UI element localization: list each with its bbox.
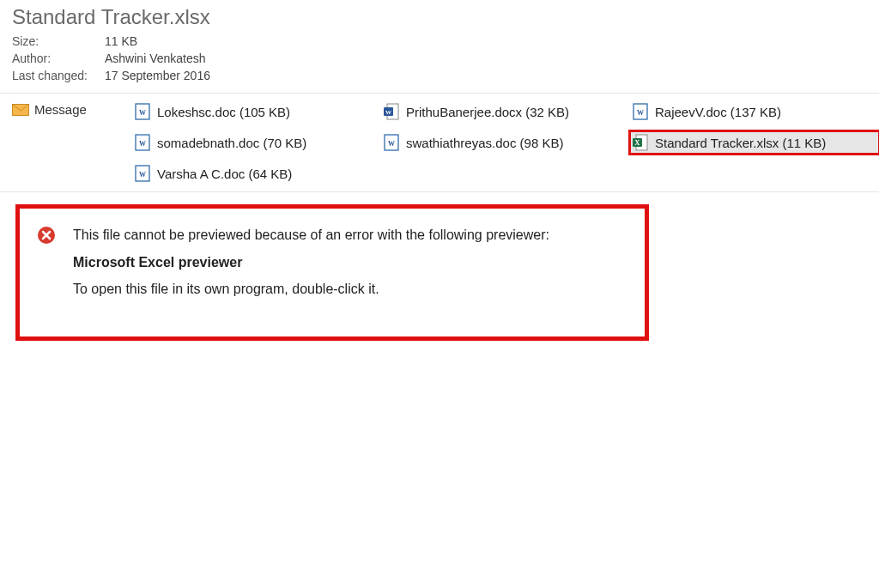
docx-file-icon: W (384, 103, 399, 120)
meta-value-author: Ashwini Venkatesh (105, 52, 206, 65)
preview-error-panel: This file cannot be previewed because of… (15, 204, 649, 341)
svg-text:W: W (139, 140, 146, 148)
attachment-item[interactable]: Wsomadebnath.doc (70 KB) (132, 131, 381, 154)
error-line2: To open this file in its own program, do… (73, 278, 549, 300)
doc-file-icon: W (384, 134, 399, 151)
meta-value-lastchanged: 17 September 2016 (105, 69, 210, 82)
doc-file-icon: W (135, 103, 150, 120)
message-button[interactable]: Message (12, 100, 132, 117)
meta-label-author: Author: (12, 52, 105, 65)
envelope-icon (12, 104, 29, 116)
error-text: This file cannot be previewed because of… (73, 224, 549, 300)
svg-text:W: W (139, 109, 146, 117)
attachment-name: swathiathreyas.doc (98 KB) (406, 136, 563, 150)
attachment-item[interactable]: XStandard Tracker.xlsx (11 KB) (630, 131, 879, 154)
doc-file-icon: W (135, 165, 150, 182)
attachment-grid: WLokeshsc.doc (105 KB)WPrithuBanerjee.do… (132, 100, 879, 185)
attachment-name: Lokeshsc.doc (105 KB) (157, 105, 290, 119)
svg-text:W: W (388, 140, 395, 148)
xlsx-file-icon: X (633, 134, 648, 151)
attachment-item[interactable]: WVarsha A C.doc (64 KB) (132, 162, 381, 185)
attachment-name: RajeevV.doc (137 KB) (655, 105, 781, 119)
doc-file-icon: W (135, 134, 150, 151)
attachments-bar: Message WLokeshsc.doc (105 KB)WPrithuBan… (0, 94, 879, 192)
message-label: Message (34, 102, 87, 117)
svg-text:X: X (635, 139, 640, 147)
error-icon (37, 226, 56, 245)
meta-size: Size: 11 KB (12, 34, 867, 48)
attachment-name: Varsha A C.doc (64 KB) (157, 167, 292, 181)
attachment-item[interactable]: WLokeshsc.doc (105 KB) (132, 100, 381, 123)
svg-text:W: W (139, 171, 146, 179)
error-previewer-name: Microsoft Excel previewer (73, 252, 549, 274)
svg-text:W: W (385, 109, 391, 116)
meta-value-size: 11 KB (105, 34, 137, 48)
attachment-item[interactable]: WRajeevV.doc (137 KB) (630, 100, 879, 123)
file-info-header: Standard Tracker.xlsx Size: 11 KB Author… (0, 0, 879, 94)
attachment-item[interactable]: Wswathiathreyas.doc (98 KB) (381, 131, 630, 154)
attachment-name: somadebnath.doc (70 KB) (157, 136, 306, 150)
attachment-name: Standard Tracker.xlsx (11 KB) (655, 136, 826, 150)
svg-text:W: W (637, 109, 644, 117)
attachment-item[interactable]: WPrithuBanerjee.docx (32 KB) (381, 100, 630, 123)
meta-label-size: Size: (12, 34, 105, 48)
doc-file-icon: W (633, 103, 648, 120)
attachment-name: PrithuBanerjee.docx (32 KB) (406, 105, 569, 119)
meta-label-lastchanged: Last changed: (12, 69, 105, 82)
meta-author: Author: Ashwini Venkatesh (12, 52, 867, 65)
error-line1: This file cannot be previewed because of… (73, 224, 549, 246)
file-title: Standard Tracker.xlsx (12, 5, 867, 29)
meta-last-changed: Last changed: 17 September 2016 (12, 69, 867, 82)
